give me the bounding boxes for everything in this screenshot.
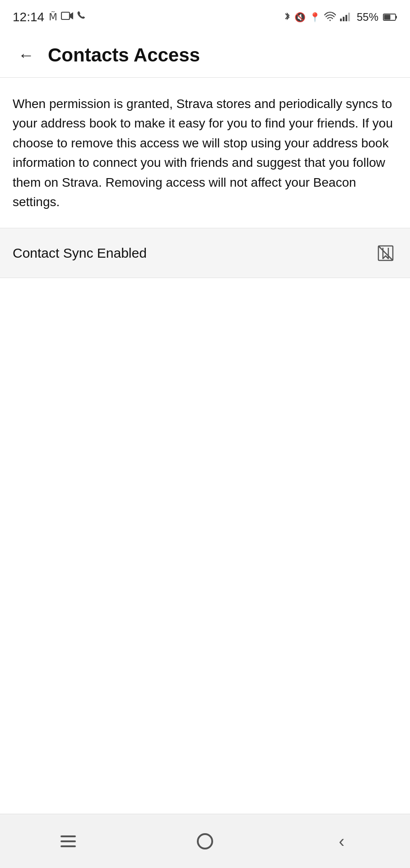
back-arrow-icon: ← bbox=[18, 46, 34, 65]
recent-apps-button[interactable] bbox=[46, 823, 91, 859]
svg-rect-5 bbox=[345, 15, 347, 21]
svg-rect-4 bbox=[343, 17, 345, 21]
contact-sync-toggle-icon[interactable] bbox=[374, 241, 397, 265]
nav-bar: ‹ bbox=[0, 814, 410, 868]
recent-apps-icon bbox=[61, 835, 76, 847]
page-title: Contacts Access bbox=[48, 44, 200, 66]
svg-rect-8 bbox=[396, 16, 397, 19]
status-icons-right: 🔇 📍 bbox=[284, 11, 352, 24]
contact-sync-row[interactable]: Contact Sync Enabled bbox=[0, 228, 410, 278]
bookmark-toggle-icon bbox=[376, 243, 396, 263]
description-text: When permission is granted, Strava store… bbox=[13, 94, 397, 212]
battery-indicator: 55% bbox=[357, 11, 378, 24]
wifi-icon bbox=[324, 11, 336, 23]
home-icon bbox=[197, 833, 213, 849]
back-nav-button[interactable]: ‹ bbox=[319, 823, 364, 859]
svg-rect-6 bbox=[348, 13, 350, 21]
svg-rect-3 bbox=[340, 19, 342, 21]
contact-sync-label: Contact Sync Enabled bbox=[13, 245, 147, 261]
home-button[interactable] bbox=[182, 823, 228, 859]
app-bar: ← Contacts Access bbox=[0, 33, 410, 78]
location-icon: 📍 bbox=[309, 12, 321, 23]
back-button[interactable]: ← bbox=[13, 42, 40, 69]
gmail-icon: M̃ bbox=[49, 11, 57, 23]
bluetooth-icon bbox=[284, 11, 291, 24]
status-left: 12:14 M̃ bbox=[13, 10, 87, 24]
mute-icon: 🔇 bbox=[294, 12, 306, 23]
back-nav-icon: ‹ bbox=[339, 833, 345, 850]
svg-marker-1 bbox=[70, 12, 73, 19]
status-icons-left: M̃ bbox=[49, 11, 87, 24]
status-right: 🔇 📍 55% bbox=[284, 11, 397, 24]
phone-icon bbox=[77, 11, 87, 24]
description-section: When permission is granted, Strava store… bbox=[0, 78, 410, 228]
status-time: 12:14 bbox=[13, 10, 44, 24]
video-icon bbox=[61, 11, 74, 24]
battery-icon bbox=[383, 13, 397, 21]
svg-rect-9 bbox=[384, 15, 391, 20]
svg-rect-0 bbox=[61, 12, 70, 19]
status-bar: 12:14 M̃ bbox=[0, 0, 410, 33]
content-area bbox=[0, 278, 410, 868]
signal-icon bbox=[340, 11, 352, 23]
svg-point-2 bbox=[329, 20, 331, 21]
